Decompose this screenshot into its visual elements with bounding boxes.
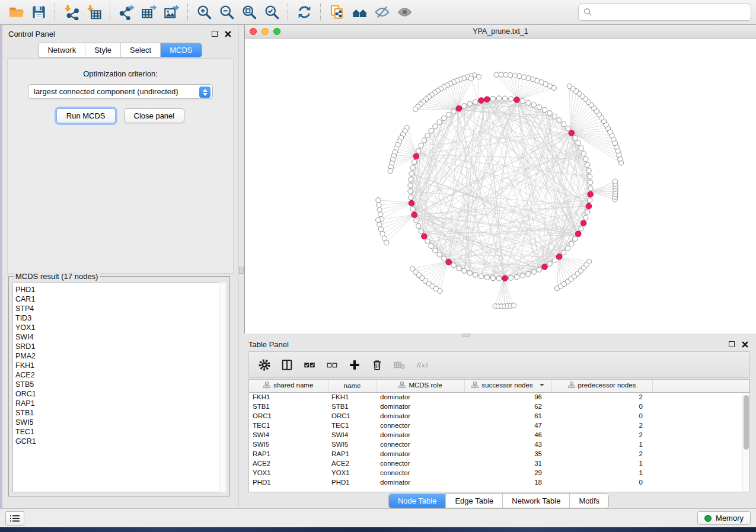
select-all-icon[interactable] (300, 355, 319, 374)
save-session-icon[interactable] (27, 2, 50, 23)
table-cell[interactable]: ORC1 (328, 411, 377, 421)
deselect-all-icon[interactable] (323, 355, 342, 374)
table-cell[interactable]: 35 (464, 449, 551, 459)
table-cell[interactable]: 0 (551, 411, 652, 421)
tab-mcds[interactable]: MCDS (160, 43, 201, 57)
zoom-out-icon[interactable] (215, 2, 238, 23)
table-cell[interactable]: TEC1 (249, 421, 328, 430)
table-cell[interactable]: 43 (464, 440, 551, 449)
table-cell[interactable]: 47 (464, 421, 551, 430)
mcds-result-item[interactable]: TEC1 (15, 427, 225, 437)
refresh-view-icon[interactable] (293, 2, 315, 23)
table-settings-gear-icon[interactable] (255, 355, 274, 374)
table-cell[interactable]: SWI5 (249, 440, 328, 449)
table-row[interactable]: FKH1FKH1dominator962 (249, 392, 749, 402)
table-row[interactable]: YOX1YOX1connector291 (249, 468, 749, 477)
column-header-name[interactable]: name (328, 380, 377, 392)
network-canvas[interactable] (245, 39, 756, 333)
table-cell[interactable]: 62 (464, 402, 551, 411)
table-cell[interactable]: ORC1 (249, 411, 328, 421)
memory-button[interactable]: Memory (697, 511, 751, 525)
export-network-icon[interactable] (115, 2, 138, 23)
search-input[interactable] (596, 8, 746, 17)
open-file-icon[interactable] (5, 2, 27, 23)
table-cell[interactable]: 61 (464, 411, 551, 421)
table-cell[interactable]: SWI5 (328, 440, 377, 449)
mcds-result-item[interactable]: SWI4 (15, 332, 225, 342)
table-cell[interactable]: dominator (377, 402, 464, 411)
column-header-successor-nodes[interactable]: successor nodes (464, 380, 551, 392)
zoom-fit-content-icon[interactable] (238, 2, 260, 23)
zoom-selected-icon[interactable] (260, 2, 283, 23)
tab-network[interactable]: Network (39, 43, 85, 57)
table-cell[interactable]: TEC1 (328, 421, 377, 430)
close-panel-icon[interactable] (224, 30, 232, 38)
mcds-result-item[interactable]: YOX1 (15, 323, 225, 332)
show-columns-icon[interactable] (277, 355, 296, 374)
table-cell[interactable]: PHD1 (328, 477, 377, 487)
mcds-result-item[interactable]: SRD1 (15, 342, 225, 351)
table-cell[interactable]: ACE2 (328, 459, 377, 468)
criterion-select[interactable]: largest connected component (undirected) (28, 84, 213, 99)
table-cell[interactable]: SWI4 (249, 430, 328, 440)
table-cell[interactable]: 1 (551, 459, 652, 468)
table-row[interactable]: SWI4SWI4dominator462 (249, 430, 749, 440)
mcds-result-item[interactable]: STP4 (15, 304, 225, 313)
table-cell[interactable]: 0 (551, 402, 652, 411)
table-cell[interactable]: 18 (464, 477, 551, 487)
close-panel-button[interactable]: Close panel (124, 108, 185, 123)
table-cell[interactable]: 2 (551, 449, 652, 459)
task-history-icon[interactable] (5, 511, 24, 525)
float-panel-icon[interactable] (212, 31, 218, 37)
show-all-icon[interactable] (393, 2, 416, 23)
mcds-result-item[interactable]: CAR1 (15, 294, 225, 304)
table-cell[interactable]: 29 (464, 468, 551, 477)
splitter-grip[interactable] (239, 267, 244, 274)
table-cell[interactable]: STB1 (328, 402, 377, 411)
mcds-result-item[interactable]: ACE2 (15, 370, 225, 380)
table-cell[interactable]: connector (377, 421, 464, 430)
table-row[interactable]: RAP1RAP1dominator352 (249, 449, 749, 459)
table-cell[interactable]: SWI4 (328, 430, 377, 440)
table-row[interactable]: SWI5SWI5connector431 (249, 440, 749, 449)
add-column-icon[interactable] (345, 355, 364, 374)
mcds-result-item[interactable]: STB1 (15, 408, 225, 418)
table-row[interactable]: TEC1TEC1connector472 (249, 421, 749, 430)
table-cell[interactable]: 96 (464, 392, 551, 402)
search-field[interactable] (578, 4, 751, 21)
table-cell[interactable]: FKH1 (328, 392, 377, 402)
column-header-predecessor-nodes[interactable]: predecessor nodes (551, 380, 652, 392)
mcds-result-item[interactable]: SWI5 (15, 418, 225, 427)
table-cell[interactable]: ACE2 (249, 459, 328, 468)
table-scrollbar-thumb[interactable] (744, 395, 749, 450)
zoom-in-icon[interactable] (193, 2, 215, 23)
table-cell[interactable]: 1 (551, 468, 652, 477)
table-row[interactable]: STB1STB1dominator620 (249, 402, 749, 411)
table-cell[interactable]: 0 (551, 477, 652, 487)
tab-node-table[interactable]: Node Table (389, 494, 446, 508)
mcds-list-scrollbar[interactable] (219, 283, 226, 492)
table-cell[interactable]: dominator (377, 430, 464, 440)
table-cell[interactable]: YOX1 (249, 468, 328, 477)
table-cell[interactable]: RAP1 (328, 449, 377, 459)
table-cell[interactable]: 2 (551, 421, 652, 430)
tab-motifs[interactable]: Motifs (569, 494, 608, 508)
mcds-result-item[interactable]: PMA2 (15, 351, 225, 361)
table-row[interactable]: PHD1PHD1dominator180 (249, 477, 749, 487)
table-cell[interactable]: connector (377, 468, 464, 477)
mcds-result-list[interactable]: PHD1CAR1STP4TID3YOX1SWI4SRD1PMA2FKH1ACE2… (12, 283, 226, 492)
tab-edge-table[interactable]: Edge Table (445, 494, 502, 508)
table-cell[interactable]: connector (377, 459, 464, 468)
column-header-shared-name[interactable]: shared name (249, 380, 328, 392)
table-cell[interactable]: dominator (377, 411, 464, 421)
table-cell[interactable]: YOX1 (328, 468, 377, 477)
network-graph[interactable] (245, 39, 756, 333)
duplicate-network-icon[interactable] (326, 2, 348, 23)
table-cell[interactable]: dominator (377, 449, 464, 459)
table-cell[interactable]: RAP1 (249, 449, 328, 459)
close-table-panel-icon[interactable] (741, 340, 749, 348)
mcds-result-item[interactable]: FKH1 (15, 361, 225, 370)
float-table-panel-icon[interactable] (729, 341, 735, 347)
table-cell[interactable]: dominator (377, 477, 464, 487)
table-cell[interactable]: FKH1 (249, 392, 328, 402)
